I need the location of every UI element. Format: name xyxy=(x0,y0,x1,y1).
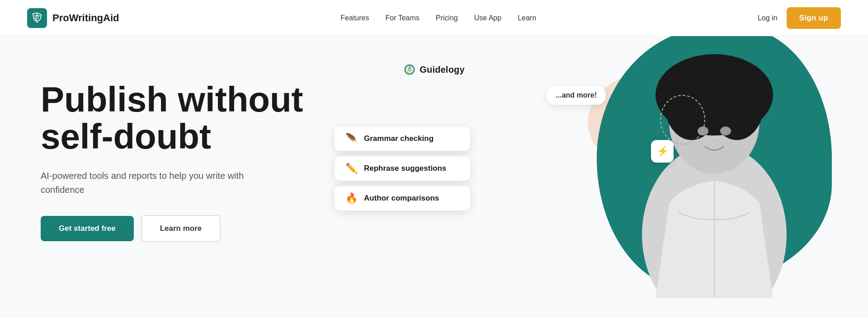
guidelogy-badge: ⚡ Guidelogy xyxy=(403,63,465,76)
svg-point-11 xyxy=(720,126,731,136)
author-label: Author comparisons xyxy=(364,194,439,203)
hero-buttons: Get started free Learn more xyxy=(41,215,316,242)
nav-item-features[interactable]: Features xyxy=(340,14,369,22)
feature-card-rephrase: ✏️ Rephrase suggestions xyxy=(335,156,470,181)
signup-button[interactable]: Sign up xyxy=(787,7,841,29)
rephrase-icon: ✏️ xyxy=(345,164,358,173)
navbar: ProWritingAid Features For Teams Pricing… xyxy=(0,0,868,36)
feature-card-author: 🔥 Author comparisons xyxy=(335,186,470,210)
nav-item-learn[interactable]: Learn xyxy=(518,14,536,22)
logo[interactable]: ProWritingAid xyxy=(27,8,119,28)
guidelogy-text: Guidelogy xyxy=(420,65,465,75)
get-started-button[interactable]: Get started free xyxy=(41,216,134,241)
hero-section: ⚡ Guidelogy Publish without self-doubt A… xyxy=(0,36,868,318)
hero-subtitle: AI-powered tools and reports to help you… xyxy=(41,169,276,197)
hero-title: Publish without self-doubt xyxy=(41,81,316,155)
svg-text:⚡: ⚡ xyxy=(406,66,413,73)
nav-item-use-app[interactable]: Use App xyxy=(474,14,501,22)
and-more-bubble: ...and more! xyxy=(547,86,606,105)
guidelogy-badge-wrapper: ⚡ Guidelogy xyxy=(0,63,868,89)
author-icon: 🔥 xyxy=(345,193,358,203)
learn-more-button[interactable]: Learn more xyxy=(141,215,221,242)
rephrase-label: Rephrase suggestions xyxy=(364,164,446,173)
feature-card-grammar: 🪶 Grammar checking xyxy=(335,126,470,151)
guidelogy-icon: ⚡ xyxy=(403,63,416,76)
logo-icon xyxy=(27,8,47,28)
nav-links: Features For Teams Pricing Use App Learn xyxy=(340,14,536,22)
nav-actions: Log in Sign up xyxy=(758,7,841,29)
grammar-label: Grammar checking xyxy=(364,134,434,143)
logo-text: ProWritingAid xyxy=(52,12,119,24)
login-link[interactable]: Log in xyxy=(758,14,778,22)
dashed-circle-decoration xyxy=(660,95,705,145)
feature-cards: 🪶 Grammar checking ✏️ Rephrase suggestio… xyxy=(335,126,470,210)
nav-item-for-teams[interactable]: For Teams xyxy=(385,14,419,22)
grammar-icon: 🪶 xyxy=(345,134,358,144)
logo-svg xyxy=(31,12,43,24)
nav-item-pricing[interactable]: Pricing xyxy=(436,14,458,22)
lightning-badge: ⚡ xyxy=(651,140,674,163)
